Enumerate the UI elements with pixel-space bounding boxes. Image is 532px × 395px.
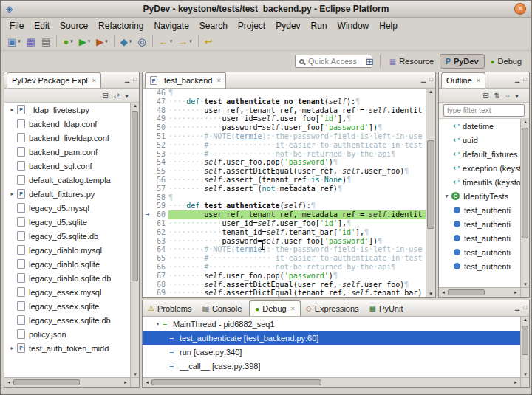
outline-item[interactable]: ↩datetime <box>439 119 520 133</box>
package-explorer-item[interactable]: legacy_essex.sqlite.db <box>4 313 130 327</box>
run-button[interactable]: ▶▾ <box>76 34 94 49</box>
maximize-view-icon[interactable]: □ <box>523 304 527 311</box>
forward-button[interactable]: →▾ <box>175 34 195 49</box>
view-menu-icon[interactable]: ▾ <box>515 92 519 100</box>
menu-pydev[interactable]: Pydev <box>270 19 305 32</box>
code-line[interactable]: 59····def·test_authenticate(self):¶ <box>143 202 426 210</box>
code-line[interactable]: 56········self.assert_(tenant_ref·is·Non… <box>143 176 426 185</box>
tab-problems[interactable]: ⚠Problems <box>143 300 197 316</box>
expand-arrow-icon[interactable]: ▸ <box>7 106 17 113</box>
code-line[interactable]: 68········self.assertDictEqual(user_ref,… <box>143 281 426 289</box>
package-explorer-item[interactable]: legacy_diablo.sqlite <box>4 257 130 271</box>
print-button[interactable]: ▤ <box>38 34 53 49</box>
hscroll-thumb[interactable] <box>151 379 321 385</box>
tab-package-explorer[interactable]: PyDev Package Expl × <box>7 72 101 88</box>
vscroll-thumb[interactable] <box>522 128 528 238</box>
menu-window[interactable]: Window <box>332 19 375 32</box>
menu-file[interactable]: File <box>4 19 29 32</box>
link-with-editor-icon[interactable]: ⇄ <box>114 92 120 100</box>
outline-item[interactable]: test_authenti <box>439 259 520 273</box>
outline-item[interactable]: test_authenti <box>439 203 520 217</box>
tab-expressions[interactable]: ◇Expressions <box>301 300 364 316</box>
titlebar[interactable]: ◈ PyDev - keystone/tests/test_backend.py… <box>1 1 531 18</box>
debug-thread-row[interactable]: ▾≡MainThread - pid6882_seq1 <box>143 317 520 331</box>
scroll-down-icon[interactable]: ▾ <box>521 281 530 287</box>
minimize-view-icon[interactable]: ▁ <box>515 76 519 83</box>
scroll-left-icon[interactable]: ◂ <box>439 289 448 295</box>
outline-item[interactable]: ↩uuid <box>439 133 520 147</box>
tab-close-icon[interactable]: × <box>291 305 295 312</box>
outline-item[interactable]: ▾CIdentityTests <box>439 189 520 203</box>
perspective-debug[interactable]: ●Debug <box>485 54 528 69</box>
tab-close-icon[interactable]: × <box>477 77 480 84</box>
code-line[interactable]: 51········#·NOTE(termie):·the·password·f… <box>143 132 426 141</box>
menu-source[interactable]: Source <box>55 19 93 32</box>
hscroll-thumb[interactable] <box>13 379 80 385</box>
expand-arrow-icon[interactable]: ▸ <box>7 345 17 351</box>
code-line[interactable]: 46¶ <box>143 89 426 97</box>
external-tools-button[interactable]: ▶▾ <box>93 34 111 49</box>
code-area[interactable]: 46¶47····def·test_authenticate_no_tenant… <box>143 89 426 297</box>
expanded-arrow-icon[interactable]: ▾ <box>442 193 451 199</box>
tab-close-icon[interactable]: × <box>216 77 220 84</box>
new-wizard-button[interactable]: ▣▾ <box>4 34 24 49</box>
scroll-down-icon[interactable]: ▾ <box>131 371 140 377</box>
sort-icon[interactable]: ⇅ <box>494 92 500 100</box>
save-button[interactable]: ▦ <box>24 34 38 49</box>
last-edit-location-button[interactable]: ↩ <box>202 34 216 49</box>
minimize-view-icon[interactable]: ▁ <box>421 76 426 83</box>
scroll-up-icon[interactable]: ▴ <box>426 89 435 95</box>
outline-item[interactable]: ↩exception (keyst <box>439 161 520 175</box>
debug-button[interactable]: ●▾ <box>60 34 75 49</box>
package-explorer-item[interactable]: backend_ldap.conf <box>4 117 130 131</box>
vscroll-thumb[interactable] <box>132 111 138 281</box>
perspective-pydev[interactable]: PPyDev <box>440 54 484 69</box>
perspective-resource[interactable]: ▦Resource <box>383 54 440 69</box>
scroll-left-icon[interactable]: ◂ <box>143 379 151 385</box>
package-explorer-vscrollbar[interactable]: ▴ ▾ <box>130 103 139 377</box>
maximize-view-icon[interactable]: □ <box>523 76 527 83</box>
debug-vscrollbar[interactable]: ▴ ▾ <box>520 317 529 377</box>
package-explorer-item[interactable]: backend_liveldap.conf <box>4 131 130 145</box>
scroll-up-icon[interactable]: ▴ <box>131 103 140 109</box>
stack-frame-row[interactable]: ≡test_authenticate [test_backend.py:60] <box>143 331 520 345</box>
package-explorer-item[interactable]: legacy_essex.mysql <box>4 285 130 299</box>
window-close-button[interactable]: × <box>514 3 526 15</box>
scroll-left-icon[interactable]: ◂ <box>4 379 13 385</box>
menu-edit[interactable]: Edit <box>29 19 55 32</box>
code-line[interactable]: 66········#···············not·be·returne… <box>143 263 426 272</box>
stack-frame-row[interactable]: ≡run [case.py:340] <box>143 345 520 359</box>
tab-outline[interactable]: Outline × <box>441 72 485 88</box>
scroll-up-icon[interactable]: ▴ <box>521 317 530 323</box>
tab-debug[interactable]: ●Debug× <box>249 300 301 316</box>
minimize-view-icon[interactable]: ▁ <box>515 304 519 311</box>
tab-console[interactable]: ▤Console <box>197 300 247 316</box>
outline-filter-input[interactable]: type filter text <box>443 104 525 117</box>
collapse-all-icon[interactable]: ⊟ <box>482 92 488 100</box>
outline-item[interactable]: test_authenti <box>439 217 520 231</box>
code-line[interactable]: 65········#···············it·easier·to·a… <box>143 254 426 263</box>
package-explorer-item[interactable]: legacy_d5.mysql <box>4 201 130 215</box>
editor-vscrollbar[interactable]: ▴ ▾ <box>426 89 435 297</box>
code-line[interactable]: 52········#···············it·easier·to·a… <box>143 141 426 150</box>
package-explorer-item[interactable]: legacy_diablo.mysql <box>4 243 130 257</box>
view-menu-icon[interactable]: ▾ <box>125 92 129 100</box>
package-explorer-item[interactable]: legacy_diablo.sqlite.db <box>4 271 130 285</box>
code-line[interactable]: 49············user_id=self.user_foo['id'… <box>143 114 426 123</box>
minimize-view-icon[interactable]: ▁ <box>125 76 129 83</box>
code-line[interactable]: 53········#···············not·be·returne… <box>143 150 426 159</box>
package-explorer-hscrollbar[interactable]: ◂ ▸ <box>4 377 130 387</box>
code-line[interactable]: 58¶ <box>143 193 426 202</box>
menu-help[interactable]: Help <box>374 19 403 32</box>
code-line[interactable]: 57········self.assert_(not·metadata_ref)… <box>143 185 426 193</box>
collapse-all-icon[interactable]: ⊟ <box>102 92 108 100</box>
vscroll-thumb[interactable] <box>427 140 434 229</box>
tab-pyunit[interactable]: ▦PyUnit <box>364 300 409 316</box>
code-line[interactable]: 64········#·NOTE(termie):·the·password·f… <box>143 245 426 254</box>
code-line[interactable]: 61············user_id=self.user_foo['id'… <box>143 219 426 228</box>
debug-hscrollbar[interactable]: ◂ ▸ <box>143 377 520 387</box>
scroll-up-icon[interactable]: ▴ <box>521 119 530 125</box>
menu-navigate[interactable]: Navigate <box>149 19 194 32</box>
back-button[interactable]: ←▾ <box>156 34 176 49</box>
tab-close-icon[interactable]: × <box>92 77 96 84</box>
